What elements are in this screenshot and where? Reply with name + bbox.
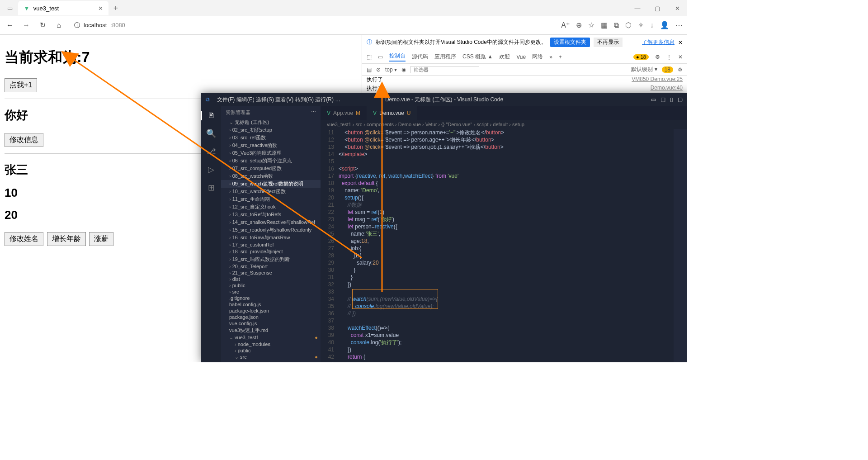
toolbar-icon[interactable]: A⁺ bbox=[561, 21, 570, 29]
folder-item[interactable]: 19_src_响应式数据的判断 bbox=[221, 256, 321, 263]
devtools-tab[interactable]: 控制台 bbox=[389, 52, 406, 62]
devtools-tab[interactable]: 欢迎 bbox=[499, 53, 510, 61]
new-tab-button[interactable]: + bbox=[108, 4, 123, 13]
editor-tab[interactable]: V App.vue M bbox=[321, 106, 367, 120]
inspect-icon[interactable]: ⬚ bbox=[367, 54, 372, 60]
log-source-link[interactable]: Demo.vue:40 bbox=[651, 85, 683, 92]
dismiss-button[interactable]: 不再显示 bbox=[594, 38, 623, 47]
code-content[interactable]: <button @click="$event => person.name+='… bbox=[339, 129, 674, 362]
toolbar-icon[interactable]: ▦ bbox=[601, 21, 608, 29]
set-root-button[interactable]: 设置根文件夹 bbox=[550, 38, 590, 47]
folder-item[interactable]: 20_src_Teleport bbox=[221, 263, 321, 270]
layout-icon[interactable]: ▭ bbox=[651, 96, 656, 103]
devtools-control[interactable]: ⚙ bbox=[655, 54, 660, 60]
add-tab[interactable]: + bbox=[559, 54, 562, 60]
live-expression-icon[interactable]: ◉ bbox=[401, 66, 406, 73]
toolbar-icon[interactable]: ✧ bbox=[638, 21, 644, 29]
issue-count[interactable]: 18 bbox=[662, 66, 673, 73]
folder-item[interactable]: dist bbox=[221, 276, 321, 282]
info-icon[interactable]: ⓘ bbox=[74, 21, 80, 29]
increment-button[interactable]: 点我+1 bbox=[5, 78, 37, 92]
folder-item[interactable]: 08_src_watch函数 bbox=[221, 172, 321, 180]
toolbar-icon[interactable]: 👤 bbox=[660, 21, 669, 29]
devtools-control[interactable]: ⋮ bbox=[666, 54, 672, 60]
menu-item[interactable]: 运行(R) bbox=[315, 96, 335, 103]
vscode-layout-controls[interactable]: ▭◫▯▢ bbox=[651, 96, 683, 103]
raise-salary-button[interactable]: 涨薪 bbox=[89, 232, 113, 246]
folder-item[interactable]: 05_Vue3的响应式原理 bbox=[221, 149, 321, 157]
workspace-root[interactable]: 无标题 (工作区) bbox=[221, 119, 321, 126]
folder-item[interactable]: 02_src_初识setup bbox=[221, 126, 321, 134]
filter-input[interactable] bbox=[410, 66, 479, 73]
devtools-tab[interactable]: 应用程序 bbox=[434, 53, 456, 61]
devtools-control[interactable]: ✕ bbox=[678, 54, 683, 60]
device-icon[interactable]: ▭ bbox=[378, 54, 383, 60]
folder-item[interactable]: 03_src_ref函数 bbox=[221, 134, 321, 142]
breadcrumb[interactable]: vue3_test1 › src › components › Demo.vue… bbox=[321, 120, 687, 129]
menu-item[interactable]: 转到(G) bbox=[295, 96, 316, 103]
menu-item[interactable]: … bbox=[335, 96, 340, 103]
more-tabs[interactable]: » bbox=[549, 54, 552, 60]
tab-overview-button[interactable]: ▭ bbox=[4, 2, 16, 14]
devtools-tab[interactable]: 网络 bbox=[532, 53, 543, 61]
menu-item[interactable]: 查看(V) bbox=[275, 96, 295, 103]
more-icon[interactable]: ⋯ bbox=[311, 109, 316, 116]
file-item[interactable]: package-lock.json bbox=[221, 308, 321, 314]
file-item[interactable]: package.json bbox=[221, 314, 321, 320]
folder-item[interactable]: 21_src_Suspense bbox=[221, 270, 321, 276]
folder-item[interactable]: 11_src_生命周期 bbox=[221, 195, 321, 203]
folder-item[interactable]: src● bbox=[221, 354, 321, 360]
minimize-button[interactable]: — bbox=[627, 0, 647, 16]
warning-badge[interactable]: 18 bbox=[633, 54, 649, 60]
log-source-link[interactable]: VM850 Demo.vue:25 bbox=[632, 76, 683, 84]
file-item[interactable]: vue.config.js bbox=[221, 320, 321, 327]
folder-item[interactable]: components bbox=[221, 360, 321, 362]
folder-item[interactable]: 09_src_watch监视ref数据的说明 bbox=[221, 180, 321, 188]
toolbar-icon[interactable]: ⧉ bbox=[614, 21, 619, 29]
clear-console-icon[interactable]: ⊘ bbox=[376, 66, 381, 73]
folder-item[interactable]: 10_src_watchEffect函数 bbox=[221, 188, 321, 195]
folder-item[interactable]: 13_src_toRef与toRefs bbox=[221, 211, 321, 218]
menu-item[interactable]: 选择(S) bbox=[256, 96, 275, 103]
search-icon[interactable]: 🔍 bbox=[206, 128, 216, 138]
extensions-icon[interactable]: ⊞ bbox=[208, 183, 215, 193]
folder-item[interactable]: 15_src_readonly与shallowReadonly bbox=[221, 226, 321, 234]
devtools-tab[interactable]: CSS 概览 ▲ bbox=[462, 53, 493, 61]
folder-item[interactable]: src bbox=[221, 289, 321, 295]
folder-item[interactable]: 16_src_toRaw与markRaw bbox=[221, 234, 321, 242]
source-control-icon[interactable]: ⎇ bbox=[207, 147, 216, 156]
modify-name-button[interactable]: 修改姓名 bbox=[5, 232, 43, 246]
minimap[interactable] bbox=[674, 129, 687, 362]
close-window-button[interactable]: ✕ bbox=[667, 0, 687, 16]
layout-icon[interactable]: ▢ bbox=[678, 96, 683, 103]
close-icon[interactable]: ✕ bbox=[678, 39, 683, 46]
folder-item[interactable]: vue3_test1● bbox=[221, 334, 321, 341]
level-selector[interactable]: 默认级别 ▾ bbox=[631, 66, 657, 73]
url-input[interactable]: ⓘ localhost:8080 bbox=[70, 19, 556, 31]
context-selector[interactable]: top ▾ bbox=[385, 66, 397, 73]
folder-item[interactable]: 14_src_shallowReactive与shallowRef bbox=[221, 218, 321, 226]
file-item[interactable]: .gitignore bbox=[221, 295, 321, 301]
folder-item[interactable]: 07_src_computed函数 bbox=[221, 165, 321, 172]
menu-item[interactable]: 文件(F) bbox=[217, 96, 236, 103]
gear-icon[interactable]: ⚙ bbox=[678, 66, 683, 73]
layout-icon[interactable]: ▯ bbox=[670, 96, 673, 103]
editor-tab[interactable]: V Demo.vue U bbox=[367, 106, 417, 120]
folder-item[interactable]: node_modules bbox=[221, 341, 321, 347]
folder-item[interactable]: public bbox=[221, 282, 321, 289]
devtools-tab[interactable]: Vue bbox=[516, 54, 526, 60]
toolbar-icon[interactable]: ⬡ bbox=[625, 21, 632, 29]
home-button[interactable]: ⌂ bbox=[53, 21, 64, 29]
folder-item[interactable]: 04_src_reactive函数 bbox=[221, 142, 321, 149]
close-icon[interactable]: ✕ bbox=[98, 5, 103, 12]
layout-icon[interactable]: ◫ bbox=[660, 96, 665, 103]
maximize-button[interactable]: ▢ bbox=[647, 0, 667, 16]
modify-info-button[interactable]: 修改信息 bbox=[5, 133, 43, 147]
menu-item[interactable]: 编辑(E) bbox=[236, 96, 256, 103]
sidebar-toggle-icon[interactable]: ▤ bbox=[367, 66, 372, 73]
toolbar-icon[interactable]: ↓ bbox=[650, 21, 654, 29]
toolbar-icon[interactable]: ⊕ bbox=[576, 21, 582, 29]
file-item[interactable]: vue3快速上手.md bbox=[221, 327, 321, 334]
toolbar-icon[interactable]: ⋯ bbox=[675, 21, 683, 29]
folder-item[interactable]: 12_src_自定义hook bbox=[221, 203, 321, 211]
